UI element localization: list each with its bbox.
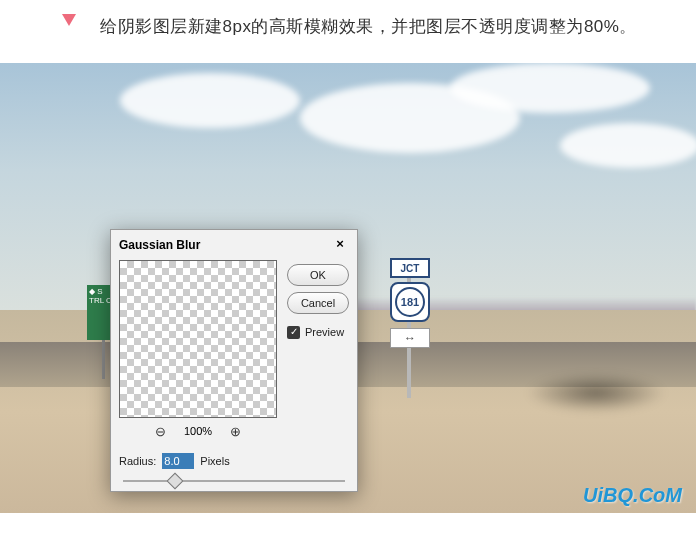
shadow-blob [526,373,666,413]
scene-preview: ◆ S TRL CO JCT 181 ↔ Gaussian Blur × ⊖ 1… [0,63,696,513]
radius-input[interactable] [162,453,194,469]
route-181-label: 181 [395,287,425,317]
green-sign-pole [102,339,105,379]
dialog-title: Gaussian Blur [119,238,200,252]
ok-button[interactable]: OK [287,264,349,286]
blur-preview-canvas[interactable] [119,260,277,418]
direction-arrows-sign: ↔ [390,328,430,348]
close-icon[interactable]: × [331,236,349,254]
zoom-level: 100% [184,425,212,437]
instruction-text: 给阴影图层新建8px的高斯模糊效果，并把图层不透明度调整为80%。 [100,12,656,43]
route-181-sign: 181 [390,282,430,322]
radius-unit: Pixels [200,455,229,467]
watermark: UiBQ.CoM [583,484,682,507]
cloud [450,63,650,113]
zoom-in-button[interactable]: ⊕ [230,424,241,439]
bullet-triangle-icon [62,14,76,26]
preview-checkbox[interactable]: ✓ [287,326,300,339]
preview-label: Preview [305,326,344,338]
cancel-button[interactable]: Cancel [287,292,349,314]
radius-slider-thumb[interactable] [167,472,184,489]
cloud [120,73,300,128]
jct-sign: JCT [390,258,430,278]
gaussian-blur-dialog: Gaussian Blur × ⊖ 100% ⊕ OK Cancel ✓ Pre… [110,229,358,492]
radius-slider-track[interactable] [123,480,345,482]
radius-label: Radius: [119,455,156,467]
zoom-out-button[interactable]: ⊖ [155,424,166,439]
cloud [560,123,696,168]
